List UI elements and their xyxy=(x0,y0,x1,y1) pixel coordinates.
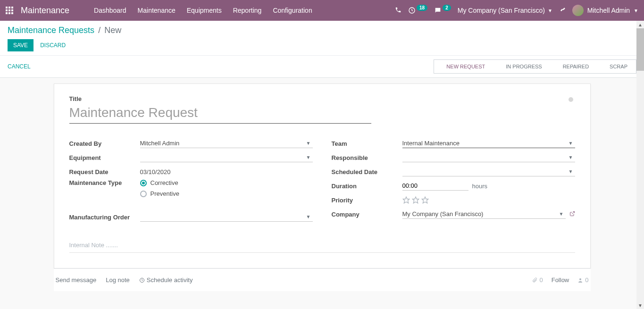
manufacturing-order-input[interactable] xyxy=(140,213,304,220)
save-button[interactable]: SAVE xyxy=(8,39,33,51)
team-field[interactable]: ▼ xyxy=(402,139,575,148)
paperclip-icon xyxy=(532,277,537,283)
scroll-thumb[interactable] xyxy=(636,28,644,71)
stage-new-request[interactable]: NEW REQUEST xyxy=(434,59,494,74)
form-sheet: Title Created By ▼ Equipment ▼ xyxy=(54,84,591,268)
chevron-down-icon: ▼ xyxy=(548,8,552,13)
debug-icon[interactable] xyxy=(559,7,566,15)
messages-icon[interactable]: 2 xyxy=(434,7,451,14)
svg-rect-2 xyxy=(11,7,13,8)
duration-label: Duration xyxy=(332,183,402,190)
breadcrumb-parent[interactable]: Maintenance Requests xyxy=(8,25,94,35)
equipment-label: Equipment xyxy=(69,154,140,161)
nav-dashboard[interactable]: Dashboard xyxy=(88,0,132,21)
svg-rect-5 xyxy=(11,9,13,11)
chevron-down-icon[interactable]: ▼ xyxy=(304,155,313,160)
breadcrumb-current: New xyxy=(104,25,121,35)
company-input[interactable] xyxy=(402,210,557,217)
internal-note-field[interactable] xyxy=(69,238,575,253)
radio-dot-on xyxy=(140,180,147,186)
send-message-button[interactable]: Send message xyxy=(56,276,97,284)
right-column: Team ▼ Responsible ▼ Scheduled Date ▼ xyxy=(332,137,575,225)
title-input[interactable] xyxy=(69,104,371,124)
responsible-field[interactable]: ▼ xyxy=(402,153,575,162)
created-by-field[interactable]: ▼ xyxy=(140,139,313,148)
stage-in-progress[interactable]: IN PROGRESS xyxy=(493,59,551,74)
schedule-activity-button[interactable]: Schedule activity xyxy=(139,276,193,284)
maintenance-type-label: Maintenance Type xyxy=(69,179,140,186)
created-by-input[interactable] xyxy=(140,140,304,147)
external-link-icon[interactable] xyxy=(569,211,575,218)
followers-count[interactable]: 0 xyxy=(577,276,588,284)
discard-button[interactable]: DISCARD xyxy=(40,42,66,49)
breadcrumb-sep: / xyxy=(98,25,100,35)
avatar xyxy=(572,5,584,16)
team-input[interactable] xyxy=(402,140,567,147)
svg-point-15 xyxy=(579,278,581,280)
star-icon-3[interactable] xyxy=(421,196,429,204)
messages-badge: 2 xyxy=(443,5,451,11)
responsible-input[interactable] xyxy=(402,154,567,161)
svg-rect-7 xyxy=(8,12,10,14)
svg-marker-12 xyxy=(422,197,428,203)
star-icon-2[interactable] xyxy=(412,196,419,204)
chevron-down-icon[interactable]: ▼ xyxy=(567,155,575,160)
attachments-count[interactable]: 0 xyxy=(532,276,543,284)
activities-icon[interactable]: 18 xyxy=(408,7,427,14)
topbar-right: 18 2 My Company (San Francisco) ▼ Mitche… xyxy=(395,5,638,16)
vertical-scrollbar[interactable]: ▲ ▼ xyxy=(636,21,644,291)
log-note-button[interactable]: Log note xyxy=(106,276,130,284)
equipment-field[interactable]: ▼ xyxy=(140,153,313,162)
kanban-state-dot[interactable] xyxy=(569,97,573,102)
followers-number: 0 xyxy=(585,276,588,284)
company-name: My Company (San Francisco) xyxy=(458,7,545,14)
internal-note-input[interactable] xyxy=(69,242,575,249)
schedule-activity-label: Schedule activity xyxy=(147,276,193,284)
team-label: Team xyxy=(332,140,402,147)
company-switcher[interactable]: My Company (San Francisco) ▼ xyxy=(458,7,552,14)
scheduled-date-input[interactable] xyxy=(402,168,567,175)
follow-button[interactable]: Follow xyxy=(552,276,569,284)
equipment-input[interactable] xyxy=(140,154,304,161)
topbar: Maintenance Dashboard Maintenance Equipm… xyxy=(0,0,644,21)
svg-rect-4 xyxy=(8,9,10,11)
control-panel: Maintenance Requests / New SAVE DISCARD xyxy=(0,21,644,56)
person-icon xyxy=(577,277,583,283)
duration-input[interactable] xyxy=(402,181,468,191)
nav-equipments[interactable]: Equipments xyxy=(181,0,227,21)
nav-maintenance[interactable]: Maintenance xyxy=(132,0,181,21)
radio-preventive-label: Preventive xyxy=(151,190,179,197)
phone-icon[interactable] xyxy=(395,7,401,15)
chatter: Send message Log note Schedule activity … xyxy=(54,268,591,291)
stage-repaired[interactable]: REPAIRED xyxy=(551,59,598,74)
radio-corrective[interactable]: Corrective xyxy=(140,179,313,186)
radio-preventive[interactable]: Preventive xyxy=(140,190,313,197)
company-field[interactable]: ▼ xyxy=(402,209,566,219)
stage-scrap[interactable]: SCRAP xyxy=(597,59,636,74)
cancel-button[interactable]: CANCEL xyxy=(8,63,31,70)
chevron-down-icon[interactable]: ▼ xyxy=(567,169,575,174)
nav-reporting[interactable]: Reporting xyxy=(227,0,268,21)
apps-icon[interactable] xyxy=(6,7,13,14)
scroll-up-icon[interactable]: ▲ xyxy=(636,21,644,28)
chevron-down-icon[interactable]: ▼ xyxy=(567,141,575,146)
chevron-down-icon[interactable]: ▼ xyxy=(304,141,313,146)
nav-items: Dashboard Maintenance Equipments Reporti… xyxy=(88,0,318,21)
svg-line-13 xyxy=(572,211,575,214)
left-column: Created By ▼ Equipment ▼ Request Date 03… xyxy=(69,137,313,225)
chevron-down-icon[interactable]: ▼ xyxy=(557,211,566,217)
scheduled-date-field[interactable]: ▼ xyxy=(402,167,575,176)
user-menu[interactable]: Mitchell Admin ▼ xyxy=(572,5,638,16)
breadcrumb: Maintenance Requests / New xyxy=(8,25,636,35)
stage-bar: NEW REQUEST IN PROGRESS REPAIRED SCRAP xyxy=(434,59,636,74)
title-label: Title xyxy=(69,95,371,102)
chevron-down-icon[interactable]: ▼ xyxy=(304,214,313,219)
request-date-value: 03/10/2020 xyxy=(140,167,313,176)
priority-stars xyxy=(402,196,575,204)
star-icon-1[interactable] xyxy=(402,196,410,204)
action-row: SAVE DISCARD xyxy=(8,39,636,55)
maintenance-type-radios: Corrective Preventive xyxy=(140,179,313,197)
nav-configuration[interactable]: Configuration xyxy=(267,0,318,21)
chevron-down-icon: ▼ xyxy=(634,8,638,13)
manufacturing-order-field[interactable]: ▼ xyxy=(140,212,313,222)
